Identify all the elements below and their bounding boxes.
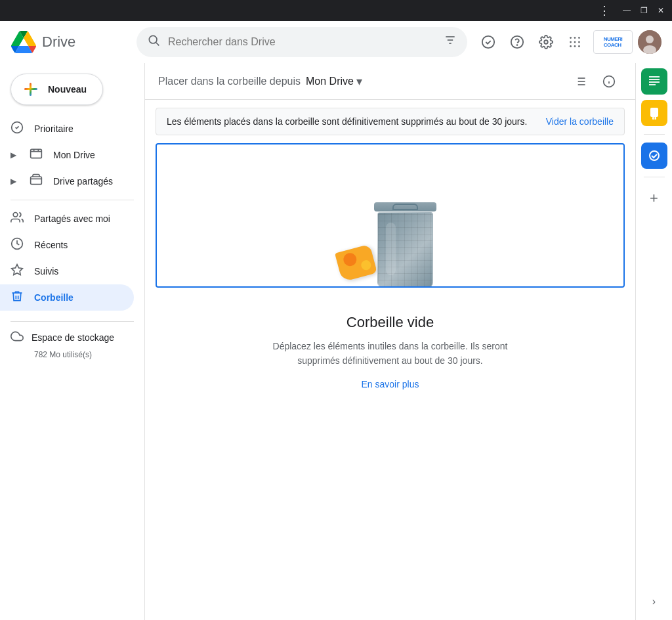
- toolbar-right: [567, 68, 622, 95]
- trash-illustration: [331, 156, 450, 288]
- logo-area: Drive: [10, 31, 129, 53]
- storage-section: Espace de stockage 782 Mo utilisé(s): [0, 311, 144, 359]
- new-button-label: Nouveau: [48, 84, 87, 95]
- app-panel-divider-2: [644, 177, 665, 177]
- chevron-right-icon: ›: [652, 596, 656, 608]
- svg-marker-27: [12, 264, 23, 275]
- app-panel: + ›: [635, 63, 672, 620]
- titlebar-dots[interactable]: ⋮: [598, 3, 610, 18]
- toolbar-title: Placer dans la corbeille depuis: [158, 76, 301, 87]
- new-button[interactable]: Nouveau: [10, 74, 103, 105]
- sidebar-item-recents[interactable]: Récents: [0, 232, 134, 258]
- svg-point-16: [574, 45, 576, 47]
- expand-drive-partages-icon: ▶: [10, 177, 16, 186]
- titlebar: ⋮ — ❐ ✕: [0, 0, 672, 21]
- svg-point-7: [517, 45, 518, 45]
- svg-point-14: [578, 41, 580, 43]
- storage-used-text: 782 Mo utilisé(s): [10, 350, 134, 359]
- storage-label-text: Espace de stockage: [32, 332, 114, 343]
- maximize-button[interactable]: ❐: [638, 5, 650, 16]
- search-input[interactable]: [168, 36, 436, 48]
- sidebar: Nouveau Prioritaire ▶: [0, 63, 144, 620]
- sidebar-item-label-recents: Récents: [34, 240, 68, 250]
- partages-avec-moi-icon: [10, 211, 24, 227]
- help-icon-button[interactable]: [504, 29, 530, 55]
- nav-divider: [10, 200, 134, 200]
- storage-divider: [10, 321, 134, 322]
- cloud-icon: [10, 330, 24, 345]
- info-button[interactable]: [596, 68, 622, 95]
- settings-icon-button[interactable]: [533, 29, 559, 55]
- sheets-app-button[interactable]: [641, 68, 667, 95]
- svg-rect-22: [31, 149, 42, 158]
- svg-line-1: [156, 43, 159, 46]
- suivis-icon: [10, 263, 24, 280]
- empty-state: Corbeille vide Déplacez les éléments inu…: [246, 288, 535, 403]
- trash-container: [156, 143, 625, 288]
- recents-icon: [10, 237, 24, 254]
- svg-rect-38: [649, 76, 660, 78]
- keep-app-button[interactable]: [641, 100, 667, 126]
- plus-icon: [22, 80, 40, 99]
- app-panel-divider: [644, 134, 665, 135]
- trash-bin-icon: [374, 202, 436, 288]
- sidebar-item-suivis[interactable]: Suivis: [0, 258, 134, 284]
- add-icon: +: [650, 190, 658, 207]
- sidebar-item-mon-drive[interactable]: ▶ Mon Drive: [0, 142, 134, 168]
- drive-logo-icon: [10, 31, 37, 53]
- learn-more-link[interactable]: En savoir plus: [362, 379, 419, 389]
- sidebar-item-prioritaire[interactable]: Prioritaire: [0, 116, 134, 142]
- sidebar-item-label-partages: Partagés avec moi: [34, 213, 110, 224]
- svg-point-17: [578, 45, 580, 47]
- breadcrumb-text: Mon Drive: [306, 76, 354, 87]
- crumpled-paper-icon: [338, 248, 377, 281]
- svg-point-19: [646, 35, 654, 43]
- sidebar-item-drive-partages[interactable]: ▶ Drive partagés: [0, 168, 134, 194]
- close-button[interactable]: ✕: [655, 5, 667, 16]
- sidebar-item-label-prioritaire: Prioritaire: [34, 123, 74, 134]
- empty-trash-button[interactable]: Vider la corbeille: [546, 116, 614, 127]
- svg-rect-41: [649, 84, 656, 85]
- numericoach-logo: NUMERICOACH: [593, 30, 633, 54]
- app: Drive: [0, 21, 672, 620]
- avatar[interactable]: [638, 30, 662, 54]
- search-filter-icon[interactable]: [444, 33, 457, 50]
- breadcrumb[interactable]: Mon Drive ▾: [306, 74, 362, 89]
- tasks-app-button[interactable]: [641, 143, 667, 169]
- storage-label[interactable]: Espace de stockage: [10, 330, 134, 345]
- search-icon: [147, 33, 160, 50]
- minimize-button[interactable]: —: [621, 5, 633, 16]
- sidebar-item-corbeille[interactable]: Corbeille: [0, 284, 134, 311]
- svg-point-13: [574, 41, 576, 43]
- empty-state-description: Déplacez les éléments inutiles dans la c…: [259, 339, 522, 368]
- sidebar-item-partages-avec-moi[interactable]: Partagés avec moi: [0, 206, 134, 232]
- header-actions: NUMERICOACH: [475, 29, 662, 55]
- toolbar: Placer dans la corbeille depuis Mon Driv…: [145, 63, 635, 100]
- list-view-button[interactable]: [567, 68, 593, 95]
- svg-point-15: [570, 45, 572, 47]
- expand-panel-button[interactable]: ›: [646, 588, 662, 615]
- svg-rect-46: [645, 146, 663, 165]
- notice-text: Les éléments placés dans la corbeille so…: [167, 116, 527, 127]
- add-app-button[interactable]: +: [641, 185, 667, 211]
- logo-text: Drive: [42, 33, 75, 51]
- svg-point-8: [544, 40, 548, 44]
- svg-point-11: [578, 37, 580, 39]
- prioritaire-icon: [10, 121, 24, 137]
- search-bar[interactable]: [136, 27, 467, 57]
- mon-drive-icon: [30, 147, 43, 164]
- svg-rect-39: [649, 79, 660, 80]
- svg-point-5: [482, 35, 494, 47]
- svg-rect-24: [31, 177, 42, 185]
- svg-point-12: [570, 41, 572, 43]
- body: Nouveau Prioritaire ▶: [0, 63, 672, 620]
- svg-point-10: [574, 37, 576, 39]
- header: Drive: [0, 21, 672, 63]
- notice-bar: Les éléments placés dans la corbeille so…: [156, 108, 625, 135]
- apps-grid-button[interactable]: [562, 29, 588, 55]
- empty-state-title: Corbeille vide: [259, 314, 522, 331]
- corbeille-icon: [10, 290, 24, 306]
- account-area: NUMERICOACH: [593, 30, 662, 54]
- checkmark-icon-button[interactable]: [475, 29, 501, 55]
- svg-rect-40: [649, 81, 660, 83]
